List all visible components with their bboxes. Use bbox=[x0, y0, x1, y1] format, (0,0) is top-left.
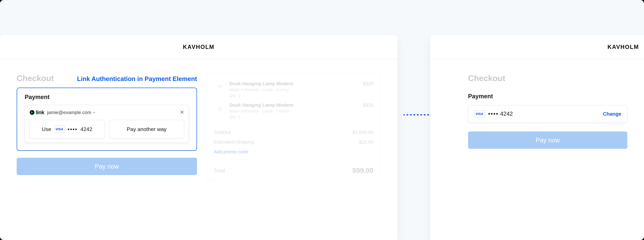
pay-now-button[interactable]: Pay now bbox=[17, 158, 197, 175]
annotation-link-auth: Link Authentication in Payment Element bbox=[77, 75, 197, 82]
change-payment-link[interactable]: Change bbox=[603, 111, 621, 117]
svg-rect-2 bbox=[219, 84, 220, 86]
pay-another-way-button[interactable]: Pay another way bbox=[109, 120, 184, 138]
add-promo-link[interactable]: Add promo code bbox=[214, 147, 374, 157]
payment-section-title: Payment bbox=[468, 93, 627, 100]
product-thumb-icon bbox=[214, 81, 226, 93]
order-summary: Dusk Hanging Lamp Modern Matte Anthracit… bbox=[206, 74, 381, 180]
product-thumb-icon bbox=[214, 102, 226, 114]
total-row: Total $99.00 bbox=[214, 162, 374, 174]
brand-bar: KAVHOLM bbox=[430, 35, 644, 59]
link-email[interactable]: jamie@example.com bbox=[47, 110, 96, 115]
saved-payment-method: VISA •••• 4242 Change bbox=[468, 105, 627, 123]
close-icon[interactable] bbox=[180, 110, 184, 115]
brand-bar: KAVHOLM bbox=[0, 35, 397, 59]
page-title: Checkout bbox=[17, 74, 54, 83]
payment-section-title: Payment bbox=[25, 94, 189, 100]
use-saved-card-button[interactable]: Use VISA •••• 4242 bbox=[30, 120, 105, 138]
link-logo: link bbox=[30, 109, 44, 116]
link-logo-text: link bbox=[36, 109, 44, 116]
checkout-window-before: KAVHOLM Checkout Link Authentication in … bbox=[0, 35, 397, 240]
payment-element-highlight: Payment link bbox=[17, 88, 197, 151]
line-item: Dusk Hanging Lamp Modern Matte Anthracit… bbox=[214, 100, 374, 122]
line-item: Dusk Hanging Lamp Modern Matte Anthracit… bbox=[214, 79, 374, 100]
shipping-row: Estimated Shipping $15.00 bbox=[214, 137, 374, 147]
visa-icon: VISA bbox=[54, 126, 65, 132]
brand-logo: KAVHOLM bbox=[183, 44, 214, 50]
pay-now-button[interactable]: Pay now bbox=[468, 132, 627, 149]
subtotal-row: Subtotal $2,840.00 bbox=[214, 128, 374, 137]
link-card: link jamie@example.com bbox=[25, 105, 189, 143]
brand-logo: KAVHOLM bbox=[608, 44, 639, 50]
visa-icon: VISA bbox=[474, 110, 485, 117]
page-title: Checkout bbox=[468, 74, 627, 83]
svg-point-1 bbox=[218, 85, 222, 88]
chevron-down-icon[interactable] bbox=[92, 110, 96, 115]
checkout-window-after: KAVHOLM Checkout Payment VISA •••• 4242 … bbox=[430, 35, 644, 240]
